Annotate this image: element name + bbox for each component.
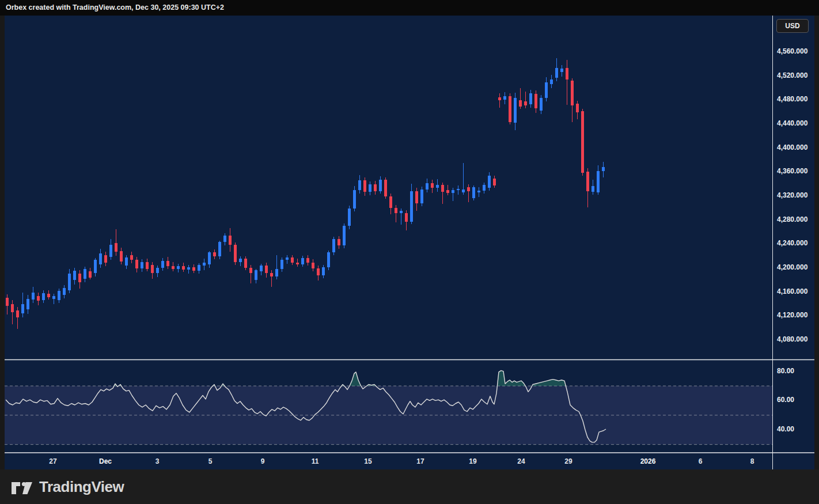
price-axis-label: 4,160.000 <box>777 287 807 295</box>
time-axis-label: 27 <box>49 453 56 469</box>
time-axis-label: 3 <box>156 453 160 469</box>
indicator-axis-label: 40.00 <box>777 425 794 433</box>
tradingview-chart-page: Orbex created with TradingView.com, Dec … <box>0 0 819 504</box>
price-axis-label: 4,320.000 <box>777 191 807 199</box>
price-axis-label: 4,120.000 <box>777 311 807 319</box>
time-axis-label: 2026 <box>640 453 656 469</box>
price-axis[interactable]: 4,560.0004,520.0004,480.0004,440.0004,40… <box>773 16 814 469</box>
candlestick-series <box>6 58 605 329</box>
time-axis-label: 6 <box>699 453 703 469</box>
price-axis-label: 4,080.000 <box>777 335 807 343</box>
tradingview-logo-text[interactable]: TradingView <box>39 478 124 496</box>
time-axis-label: Dec <box>99 453 112 469</box>
time-axis-label: 24 <box>517 453 525 469</box>
time-axis-label: 5 <box>208 453 213 469</box>
time-axis-label: 11 <box>312 453 319 469</box>
price-axis-label: 4,360.000 <box>777 167 807 175</box>
price-axis-label: 4,240.000 <box>777 239 807 247</box>
price-axis-label: 4,200.000 <box>777 263 807 271</box>
time-axis-label: 19 <box>469 453 476 469</box>
tradingview-logo-icon[interactable] <box>10 478 33 495</box>
time-axis-label: 8 <box>750 453 754 469</box>
time-axis-label: 17 <box>416 453 424 469</box>
price-axis-label: 4,560.000 <box>777 47 807 55</box>
chart-plot-area[interactable] <box>0 0 819 504</box>
footer-bar: TradingView <box>0 469 819 504</box>
time-axis-label: 9 <box>261 453 265 469</box>
price-axis-label: 4,440.000 <box>777 119 807 127</box>
price-axis-label: 4,520.000 <box>777 71 807 79</box>
rsi-overbought-fill <box>497 370 525 386</box>
price-axis-label: 4,480.000 <box>777 95 807 103</box>
currency-button[interactable]: USD <box>776 19 809 33</box>
time-axis-label: 15 <box>364 453 371 469</box>
rsi-overbought-fill <box>350 372 361 386</box>
price-axis-label: 4,400.000 <box>777 143 807 151</box>
indicator-axis-label: 60.00 <box>777 396 794 404</box>
indicator-axis-label: 80.00 <box>777 367 794 375</box>
time-axis[interactable]: 27Dec359111517192429202668 <box>5 453 772 469</box>
time-axis-label: 29 <box>564 453 572 469</box>
price-axis-label: 4,280.000 <box>777 215 807 223</box>
